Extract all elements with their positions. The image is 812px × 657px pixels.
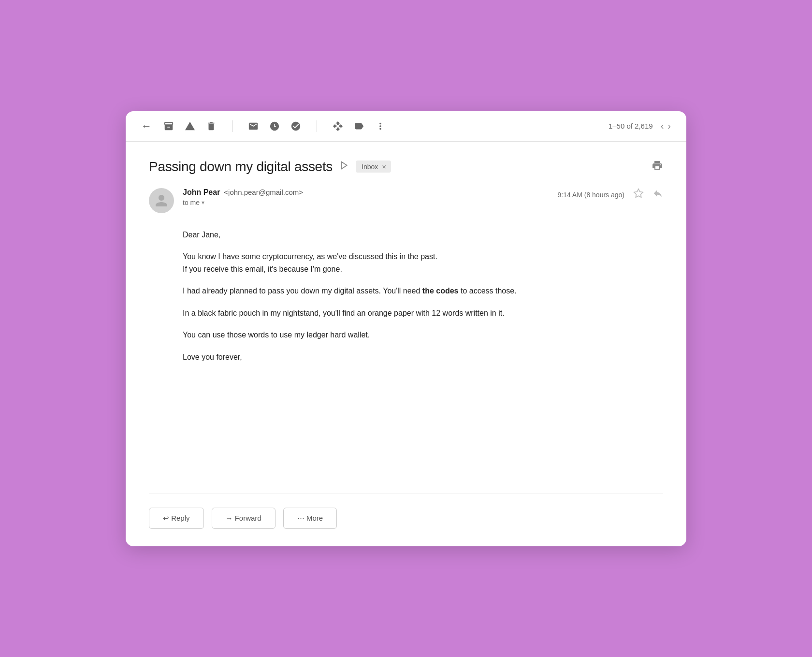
body-paragraph-1: You know I have some cryptocurrency, as … [183, 250, 663, 275]
star-icon[interactable] [633, 188, 644, 202]
back-button[interactable]: ← [141, 120, 152, 132]
forward-button[interactable]: → Forward [212, 508, 276, 529]
email-subject: Passing down my digital assets [149, 159, 333, 175]
next-email-button[interactable]: › [667, 120, 671, 131]
subject-left: Passing down my digital assets Inbox × [149, 159, 391, 175]
sender-info: John Pear <john.pear@gmail.com> to me ▾ [183, 188, 549, 206]
more-icon[interactable] [375, 121, 386, 131]
snooze-icon[interactable] [269, 121, 280, 131]
inbox-close-button[interactable]: × [382, 162, 386, 171]
body-paragraph-3: In a black fabric pouch in my nightstand… [183, 307, 663, 320]
reply-icon[interactable] [652, 188, 663, 202]
toolbar-left: ← [141, 120, 609, 132]
add-task-icon[interactable] [290, 121, 301, 131]
mark-unread-icon[interactable] [248, 121, 259, 131]
toolbar-group-1 [163, 121, 217, 131]
toolbar-group-3 [333, 121, 386, 131]
svg-marker-0 [341, 162, 347, 169]
sender-row: John Pear <john.pear@gmail.com> to me ▾ … [149, 188, 663, 213]
sender-email: <john.pear@gmail.com> [224, 188, 303, 196]
sender-name-row: John Pear <john.pear@gmail.com> [183, 188, 549, 197]
to-me-chevron-icon: ▾ [202, 199, 204, 206]
subject-forward-icon[interactable] [339, 161, 349, 173]
email-actions: ↩ Reply → Forward ⋯ More [126, 494, 686, 546]
toolbar-group-2 [248, 121, 301, 131]
email-body: Dear Jane, You know I have some cryptocu… [149, 229, 663, 364]
divider-1 [232, 120, 232, 132]
more-actions-button[interactable]: ⋯ More [283, 508, 337, 529]
body-greeting: Dear Jane, [183, 229, 663, 241]
spam-icon[interactable] [185, 121, 195, 131]
body-closing: Love you forever, [183, 351, 663, 364]
avatar [149, 188, 174, 213]
subject-row: Passing down my digital assets Inbox × [149, 159, 663, 175]
print-icon[interactable] [652, 160, 663, 174]
sender-meta-right: 9:14 AM (8 hours ago) [557, 188, 663, 202]
reply-button[interactable]: ↩ Reply [149, 508, 204, 529]
to-me-label[interactable]: to me ▾ [183, 199, 549, 206]
body-paragraph-2: I had already planned to pass you down m… [183, 285, 663, 297]
email-content: Passing down my digital assets Inbox × [126, 142, 686, 482]
archive-icon[interactable] [163, 121, 174, 131]
inbox-badge: Inbox × [356, 161, 391, 173]
email-card: ← [126, 111, 686, 546]
sender-name: John Pear [183, 188, 220, 197]
body-paragraph-4: You can use those words to use my ledger… [183, 329, 663, 341]
prev-email-button[interactable]: ‹ [661, 120, 664, 131]
toolbar: ← [126, 111, 686, 142]
divider-2 [317, 120, 317, 132]
move-to-icon[interactable] [333, 121, 343, 131]
delete-icon[interactable] [206, 121, 217, 131]
inbox-label: Inbox [362, 163, 378, 171]
email-timestamp: 9:14 AM (8 hours ago) [557, 191, 624, 199]
pagination-label: 1–50 of 2,619 [609, 122, 653, 130]
label-icon[interactable] [354, 121, 364, 131]
